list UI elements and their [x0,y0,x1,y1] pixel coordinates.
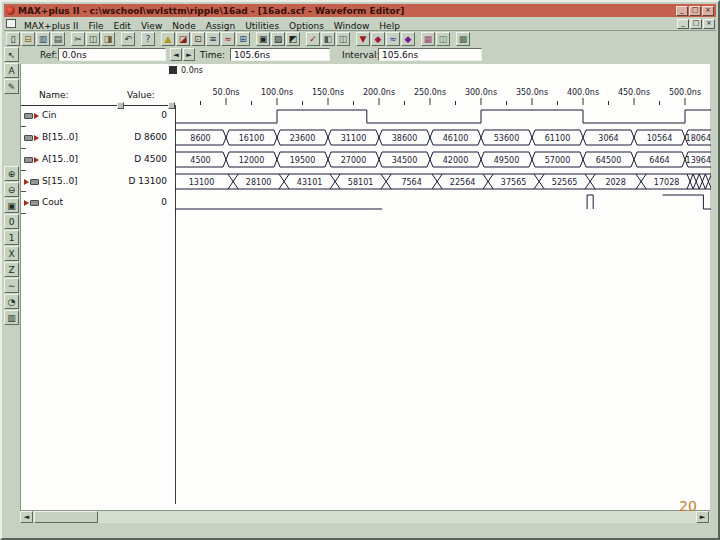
paste-button[interactable]: ◨ [101,32,115,46]
svg-text:3064: 3064 [598,134,618,143]
clock-tool-icon: ◔ [8,297,16,307]
svg-text:7564: 7564 [401,178,421,187]
row-divider-nub [21,170,26,171]
svg-text:38600: 38600 [392,134,417,143]
new-file-button[interactable]: ▯ [6,32,20,46]
force-z-tool-button[interactable]: Z [4,262,19,277]
child-window-system-icon[interactable] [6,19,16,28]
child-minimize-button[interactable]: _ [677,19,689,29]
ref-cursor-time: 0.0ns [181,66,203,75]
waveform-editor-icon: ≈ [224,35,232,44]
svg-text:13964: 13964 [686,156,711,165]
minimize-button[interactable]: _ [676,6,688,16]
print-button[interactable]: ▤ [51,32,65,46]
scroll-left-button[interactable]: ◄ [20,511,33,523]
zoom-in-tool-button[interactable]: ⊕ [4,166,19,181]
force-1-tool-button[interactable]: 1 [4,230,19,245]
group-tool-icon: ▥ [7,313,16,323]
cut-button[interactable]: ✂ [71,32,85,46]
report-file-button[interactable]: ◫ [336,32,350,46]
svg-text:8600: 8600 [190,134,210,143]
restore-button[interactable]: □ [689,6,701,16]
save-file-button[interactable]: ▥ [36,32,50,46]
svg-text:49500: 49500 [494,156,519,165]
tile-windows-button[interactable]: ▦ [421,32,435,46]
signal-row-cin[interactable]: Cin0 [21,108,175,124]
force-x-tool-icon: X [8,249,14,259]
selection-tool-button[interactable]: ↖ [4,47,19,62]
ref-prev-button[interactable]: ◄ [170,48,182,61]
floorplan-editor-button[interactable]: ⊞ [236,32,250,46]
child-restore-button[interactable]: □ [690,19,702,29]
scroll-thumb[interactable] [34,511,98,523]
invert-tool-button[interactable]: ∼ [4,278,19,293]
signal-value: 0 [87,110,167,120]
text-editor-button[interactable]: ≡ [206,32,220,46]
cascade-windows-button[interactable]: ◫ [436,32,450,46]
interval-input[interactable] [378,48,482,61]
signal-row-s-15-0[interactable]: S[15..0]D 13100 [21,174,175,190]
timeline-label: 400.0ns [563,88,603,97]
utility-button[interactable]: ◆ [401,32,415,46]
save-check-button[interactable]: ✓ [306,32,320,46]
signal-row-cout[interactable]: Cout0 [21,195,175,211]
simulator-button[interactable]: ▨ [271,32,285,46]
device-assign-button[interactable]: ◧ [321,32,335,46]
close-button[interactable]: × [702,6,714,16]
group-tool-button[interactable]: ▥ [4,310,19,325]
menu-bar: MAX+plus IIFileEditViewNodeAssignUtiliti… [4,17,716,31]
arrange-icons-button[interactable]: ▩ [456,32,470,46]
timeline-label: 300.0ns [461,88,501,97]
programmer-button[interactable]: ▼ [356,32,370,46]
waveform-edit-tool-button[interactable]: ✎ [4,79,19,94]
signal-name: Cout [42,197,63,207]
timeline-label: 250.0ns [410,88,450,97]
compiler-button[interactable]: ▣ [256,32,270,46]
slide-page-number: 20 [679,498,697,514]
svg-text:37565: 37565 [501,178,526,187]
report-file-icon: ◫ [339,35,348,44]
zoom-out-tool-button[interactable]: ⊖ [4,182,19,197]
symbol-editor-button[interactable]: ⊡ [191,32,205,46]
floorplan-editor-icon: ⊞ [239,35,247,44]
hierarchy-display-button[interactable]: ≈ [386,32,400,46]
hierarchy-display-icon: ≈ [389,35,397,44]
ref-next-button[interactable]: ► [183,48,195,61]
text-tool-button[interactable]: A [4,63,19,78]
svg-text:46100: 46100 [443,134,468,143]
context-help-button[interactable]: ? [141,32,155,46]
graphic-editor-button[interactable]: ◪ [176,32,190,46]
hierarchy-up-button[interactable]: ▲ [161,32,175,46]
open-file-icon: ⊟ [24,35,32,44]
copy-button[interactable]: ◫ [86,32,100,46]
timing-analyzer-button[interactable]: ◩ [286,32,300,46]
fit-window-tool-icon: ▣ [7,201,16,211]
waveform-canvas[interactable]: 8600161002360031100386004610053600611003… [175,92,711,508]
force-0-tool-button[interactable]: 0 [4,214,19,229]
clock-tool-button[interactable]: ◔ [4,294,19,309]
signal-row-a-15-0[interactable]: A[15..0]D 4500 [21,152,175,168]
output-pin-icon [24,199,40,207]
svg-text:34500: 34500 [392,156,417,165]
fit-window-tool-button[interactable]: ▣ [4,198,19,213]
svg-text:42000: 42000 [443,156,468,165]
force-x-tool-button[interactable]: X [4,246,19,261]
ref-input[interactable] [58,48,166,61]
force-0-tool-icon: 0 [9,217,15,227]
signal-row-b-15-0[interactable]: B[15..0]D 8600 [21,130,175,146]
svg-text:61100: 61100 [545,134,570,143]
waveform-editor-button[interactable]: ≈ [221,32,235,46]
timeline-label: 500.0ns [665,88,705,97]
signal-value: D 13100 [87,176,167,186]
open-file-button[interactable]: ⊟ [21,32,35,46]
message-processor-button[interactable]: ◆ [371,32,385,46]
child-close-button[interactable]: × [703,19,715,29]
input-pin-icon [24,134,40,142]
selection-tool-icon: ↖ [8,50,16,60]
scroll-right-button[interactable]: ► [696,511,709,523]
time-input[interactable] [230,48,330,61]
svg-text:43101: 43101 [297,178,322,187]
zoom-out-tool-icon: ⊖ [8,185,16,195]
undo-button[interactable]: ↶ [121,32,135,46]
save-check-icon: ✓ [309,35,317,44]
